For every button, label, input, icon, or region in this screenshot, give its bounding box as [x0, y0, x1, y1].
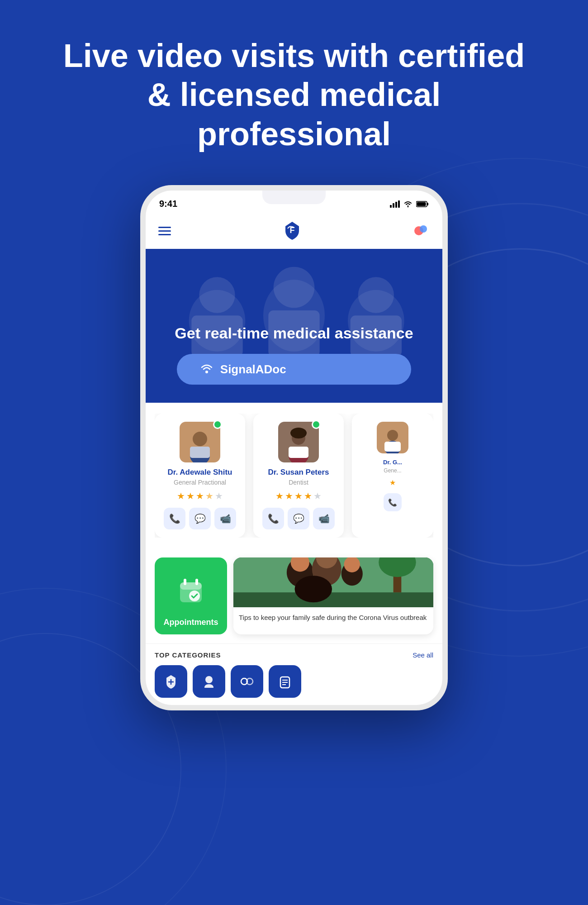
doctor-actions-1: 📞 💬 📹 — [163, 508, 237, 529]
doctor-figure-svg-1 — [182, 426, 218, 462]
doctor-stars-2: ★ ★ ★ ★ ★ — [261, 491, 336, 501]
doctor-avatar-1 — [180, 422, 220, 462]
notification-icon — [413, 223, 430, 239]
doctor-actions-2: 📞 💬 📹 — [261, 508, 336, 529]
svg-point-26 — [205, 371, 208, 373]
star-3: ★ — [196, 491, 204, 501]
category-btn-2[interactable] — [193, 665, 225, 698]
news-card[interactable]: Tips to keep your family safe during the… — [233, 557, 433, 634]
categories-title: TOP CATEGORIES — [155, 651, 221, 659]
star-half: ★ — [205, 491, 213, 501]
signal-btn-icon — [199, 362, 214, 376]
svg-rect-7 — [395, 202, 397, 208]
see-all-button[interactable]: See all — [413, 651, 433, 659]
svg-rect-8 — [398, 200, 400, 208]
app-header: F — [146, 213, 442, 249]
svg-point-32 — [290, 428, 307, 438]
doctor-avatar-2 — [278, 422, 319, 462]
appointments-label: Appointments — [164, 618, 218, 627]
category-btn-3[interactable] — [231, 665, 263, 698]
category-btn-4[interactable] — [269, 665, 301, 698]
doctor-specialty-2: Dentist — [261, 479, 336, 486]
hero-title: Live video visits with certified & licen… — [0, 0, 588, 171]
svg-rect-44 — [233, 592, 433, 607]
signal-btn-label: SignalADoc — [220, 362, 286, 376]
doctor-figure-svg-2 — [280, 426, 317, 462]
online-indicator-2 — [312, 420, 321, 429]
svg-rect-34 — [289, 447, 308, 458]
news-image — [233, 557, 433, 607]
category-icon-2 — [201, 673, 217, 690]
logo-icon: F — [281, 219, 303, 242]
star-2: ★ — [186, 491, 194, 501]
notification-button[interactable] — [413, 223, 430, 239]
online-indicator-1 — [213, 420, 222, 429]
svg-rect-41 — [195, 579, 198, 585]
svg-point-35 — [387, 430, 398, 441]
battery-icon — [416, 200, 429, 208]
doctor-specialty-3: Gene... — [360, 467, 425, 474]
wifi-icon — [403, 200, 413, 208]
hero-banner: Get real-time medical assistance SignalA… — [146, 249, 442, 403]
signal-a-doc-button[interactable]: SignalADoc — [177, 354, 411, 385]
categories-header: TOP CATEGORIES See all — [155, 651, 433, 659]
svg-point-14 — [420, 225, 427, 233]
categories-row — [155, 665, 433, 698]
appointments-icon-wrap — [176, 565, 205, 618]
svg-rect-37 — [384, 442, 401, 452]
doctor-stars-1: ★ ★ ★ ★ ★ — [163, 491, 237, 501]
star-3: ★ — [294, 491, 303, 501]
svg-point-51 — [295, 576, 332, 602]
doctors-section: Dr. Adewale Shitu General Practional ★ ★… — [146, 403, 442, 548]
svg-point-27 — [193, 432, 207, 446]
video-button-1[interactable]: 📹 — [214, 508, 236, 529]
chat-button-2[interactable]: 💬 — [288, 508, 309, 529]
svg-rect-30 — [190, 447, 210, 458]
svg-rect-39 — [180, 582, 202, 590]
hamburger-menu[interactable] — [158, 227, 171, 235]
call-button-2[interactable]: 📞 — [262, 508, 284, 529]
star-1: ★ — [389, 478, 396, 487]
doctors-scroll: Dr. Adewale Shitu General Practional ★ ★… — [155, 414, 433, 538]
star-2: ★ — [285, 491, 293, 501]
category-btn-1[interactable] — [155, 665, 187, 698]
news-family-image — [233, 557, 433, 607]
status-bar: 9:41 — [146, 191, 442, 213]
app-logo: F — [281, 219, 303, 242]
doctor-avatar-wrap-1 — [180, 422, 220, 462]
phone-mockup: 9:41 — [0, 185, 588, 710]
category-icon-3 — [239, 673, 255, 690]
bottom-cards: Appointments — [155, 557, 433, 634]
news-title: Tips to keep your family safe during the… — [239, 613, 428, 622]
doctor-card-3: Dr. G... Gene... ★ 📞 — [352, 414, 433, 538]
star-empty: ★ — [313, 491, 322, 501]
bottom-section: Appointments — [146, 548, 442, 643]
status-icons — [390, 200, 429, 208]
call-button-1[interactable]: 📞 — [164, 508, 185, 529]
svg-point-57 — [205, 676, 213, 683]
svg-rect-10 — [427, 203, 428, 205]
doctor-card-2: Dr. Susan Peters Dentist ★ ★ ★ ★ ★ 📞 💬 📹 — [253, 414, 344, 538]
chat-button-1[interactable]: 💬 — [189, 508, 211, 529]
category-icon-1 — [163, 673, 179, 690]
doctor-avatar-wrap-2 — [278, 422, 319, 462]
doctor-actions-3: 📞 — [360, 493, 425, 511]
star-1: ★ — [275, 491, 284, 501]
svg-rect-40 — [184, 579, 186, 585]
status-time: 9:41 — [159, 199, 177, 209]
svg-rect-11 — [417, 202, 426, 206]
doctor-card-1: Dr. Adewale Shitu General Practional ★ ★… — [155, 414, 245, 538]
call-button-3[interactable]: 📞 — [384, 493, 402, 511]
phone-screen: 9:41 — [140, 185, 448, 710]
star-4: ★ — [304, 491, 312, 501]
signal-icon — [390, 200, 400, 208]
video-button-2[interactable]: 📹 — [313, 508, 335, 529]
categories-section: TOP CATEGORIES See all — [146, 643, 442, 705]
star-1: ★ — [177, 491, 185, 501]
appointments-icon — [176, 577, 205, 606]
doctor-figure-svg-3 — [379, 426, 406, 453]
doctor-avatar-wrap-3 — [377, 422, 408, 453]
appointments-card[interactable]: Appointments — [155, 557, 227, 634]
svg-rect-5 — [390, 205, 392, 208]
hero-title-line2: & licensed medical professional — [147, 76, 441, 152]
